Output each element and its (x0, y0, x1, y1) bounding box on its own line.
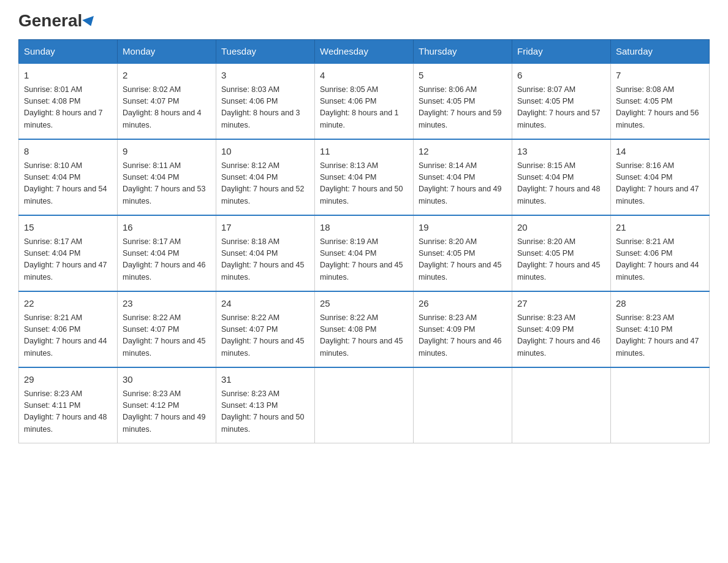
calendar-cell: 1Sunrise: 8:01 AMSunset: 4:08 PMDaylight… (19, 63, 118, 139)
day-info: Sunrise: 8:11 AMSunset: 4:04 PMDaylight:… (123, 160, 211, 208)
header-tuesday: Tuesday (216, 40, 315, 64)
calendar-cell: 20Sunrise: 8:20 AMSunset: 4:05 PMDayligh… (512, 215, 611, 291)
week-row-5: 29Sunrise: 8:23 AMSunset: 4:11 PMDayligh… (19, 367, 710, 443)
calendar-cell: 6Sunrise: 8:07 AMSunset: 4:05 PMDaylight… (512, 63, 611, 139)
day-number: 6 (517, 69, 605, 83)
calendar-cell (611, 367, 710, 443)
day-info: Sunrise: 8:01 AMSunset: 4:08 PMDaylight:… (24, 84, 112, 132)
day-number: 17 (221, 221, 309, 235)
calendar-cell: 14Sunrise: 8:16 AMSunset: 4:04 PMDayligh… (611, 139, 710, 215)
calendar-cell: 5Sunrise: 8:06 AMSunset: 4:05 PMDaylight… (414, 63, 512, 139)
day-info: Sunrise: 8:17 AMSunset: 4:04 PMDaylight:… (123, 236, 211, 284)
day-info: Sunrise: 8:15 AMSunset: 4:04 PMDaylight:… (517, 160, 605, 208)
header-monday: Monday (118, 40, 216, 64)
day-number: 21 (616, 221, 704, 235)
day-number: 26 (419, 297, 507, 311)
calendar-cell: 7Sunrise: 8:08 AMSunset: 4:05 PMDaylight… (611, 63, 710, 139)
logo-arrow-icon (82, 16, 97, 28)
day-number: 27 (517, 297, 605, 311)
calendar-cell (414, 367, 512, 443)
week-row-3: 15Sunrise: 8:17 AMSunset: 4:04 PMDayligh… (19, 215, 710, 291)
day-number: 13 (517, 145, 605, 159)
day-info: Sunrise: 8:19 AMSunset: 4:04 PMDaylight:… (320, 236, 408, 284)
logo: General (18, 12, 96, 27)
day-number: 31 (221, 373, 309, 387)
calendar-header: SundayMondayTuesdayWednesdayThursdayFrid… (19, 40, 710, 64)
header-saturday: Saturday (611, 40, 710, 64)
day-info: Sunrise: 8:20 AMSunset: 4:05 PMDaylight:… (419, 236, 507, 284)
day-info: Sunrise: 8:14 AMSunset: 4:04 PMDaylight:… (419, 160, 507, 208)
day-number: 15 (24, 221, 112, 235)
page-header: General (18, 12, 710, 27)
calendar-cell (315, 367, 414, 443)
day-info: Sunrise: 8:10 AMSunset: 4:04 PMDaylight:… (24, 160, 112, 208)
header-sunday: Sunday (19, 40, 118, 64)
calendar-cell: 18Sunrise: 8:19 AMSunset: 4:04 PMDayligh… (315, 215, 414, 291)
day-number: 29 (24, 373, 112, 387)
day-info: Sunrise: 8:20 AMSunset: 4:05 PMDaylight:… (517, 236, 605, 284)
calendar-cell: 25Sunrise: 8:22 AMSunset: 4:08 PMDayligh… (315, 291, 414, 367)
day-info: Sunrise: 8:22 AMSunset: 4:07 PMDaylight:… (123, 312, 211, 360)
day-number: 18 (320, 221, 408, 235)
day-number: 28 (616, 297, 704, 311)
day-info: Sunrise: 8:13 AMSunset: 4:04 PMDaylight:… (320, 160, 408, 208)
day-number: 7 (616, 69, 704, 83)
header-wednesday: Wednesday (315, 40, 414, 64)
day-info: Sunrise: 8:08 AMSunset: 4:05 PMDaylight:… (616, 84, 704, 132)
logo-text: General (18, 12, 96, 29)
calendar-cell: 9Sunrise: 8:11 AMSunset: 4:04 PMDaylight… (118, 139, 216, 215)
day-number: 11 (320, 145, 408, 159)
day-number: 8 (24, 145, 112, 159)
calendar-body: 1Sunrise: 8:01 AMSunset: 4:08 PMDaylight… (19, 63, 710, 443)
calendar-cell: 19Sunrise: 8:20 AMSunset: 4:05 PMDayligh… (414, 215, 512, 291)
calendar-cell: 3Sunrise: 8:03 AMSunset: 4:06 PMDaylight… (216, 63, 315, 139)
day-info: Sunrise: 8:17 AMSunset: 4:04 PMDaylight:… (24, 236, 112, 284)
header-friday: Friday (512, 40, 611, 64)
day-info: Sunrise: 8:21 AMSunset: 4:06 PMDaylight:… (24, 312, 112, 360)
day-number: 20 (517, 221, 605, 235)
week-row-4: 22Sunrise: 8:21 AMSunset: 4:06 PMDayligh… (19, 291, 710, 367)
day-info: Sunrise: 8:23 AMSunset: 4:13 PMDaylight:… (221, 388, 309, 436)
day-info: Sunrise: 8:23 AMSunset: 4:11 PMDaylight:… (24, 388, 112, 436)
calendar-cell: 30Sunrise: 8:23 AMSunset: 4:12 PMDayligh… (118, 367, 216, 443)
day-number: 25 (320, 297, 408, 311)
day-info: Sunrise: 8:07 AMSunset: 4:05 PMDaylight:… (517, 84, 605, 132)
day-number: 2 (123, 69, 211, 83)
calendar-cell: 4Sunrise: 8:05 AMSunset: 4:06 PMDaylight… (315, 63, 414, 139)
week-row-1: 1Sunrise: 8:01 AMSunset: 4:08 PMDaylight… (19, 63, 710, 139)
day-info: Sunrise: 8:02 AMSunset: 4:07 PMDaylight:… (123, 84, 211, 132)
calendar-cell: 13Sunrise: 8:15 AMSunset: 4:04 PMDayligh… (512, 139, 611, 215)
day-number: 3 (221, 69, 309, 83)
day-info: Sunrise: 8:03 AMSunset: 4:06 PMDaylight:… (221, 84, 309, 132)
calendar-cell (512, 367, 611, 443)
calendar-cell: 8Sunrise: 8:10 AMSunset: 4:04 PMDaylight… (19, 139, 118, 215)
calendar-cell: 23Sunrise: 8:22 AMSunset: 4:07 PMDayligh… (118, 291, 216, 367)
week-row-2: 8Sunrise: 8:10 AMSunset: 4:04 PMDaylight… (19, 139, 710, 215)
day-info: Sunrise: 8:16 AMSunset: 4:04 PMDaylight:… (616, 160, 704, 208)
calendar-cell: 27Sunrise: 8:23 AMSunset: 4:09 PMDayligh… (512, 291, 611, 367)
day-info: Sunrise: 8:12 AMSunset: 4:04 PMDaylight:… (221, 160, 309, 208)
day-number: 14 (616, 145, 704, 159)
day-number: 5 (419, 69, 507, 83)
header-row: SundayMondayTuesdayWednesdayThursdayFrid… (19, 40, 710, 64)
day-number: 16 (123, 221, 211, 235)
calendar-cell: 31Sunrise: 8:23 AMSunset: 4:13 PMDayligh… (216, 367, 315, 443)
day-info: Sunrise: 8:05 AMSunset: 4:06 PMDaylight:… (320, 84, 408, 132)
day-info: Sunrise: 8:22 AMSunset: 4:07 PMDaylight:… (221, 312, 309, 360)
calendar-cell: 24Sunrise: 8:22 AMSunset: 4:07 PMDayligh… (216, 291, 315, 367)
calendar-cell: 16Sunrise: 8:17 AMSunset: 4:04 PMDayligh… (118, 215, 216, 291)
day-info: Sunrise: 8:21 AMSunset: 4:06 PMDaylight:… (616, 236, 704, 284)
day-info: Sunrise: 8:23 AMSunset: 4:12 PMDaylight:… (123, 388, 211, 436)
day-info: Sunrise: 8:23 AMSunset: 4:09 PMDaylight:… (517, 312, 605, 360)
calendar-cell: 28Sunrise: 8:23 AMSunset: 4:10 PMDayligh… (611, 291, 710, 367)
calendar-cell: 29Sunrise: 8:23 AMSunset: 4:11 PMDayligh… (19, 367, 118, 443)
day-number: 24 (221, 297, 309, 311)
day-number: 12 (419, 145, 507, 159)
calendar-cell: 15Sunrise: 8:17 AMSunset: 4:04 PMDayligh… (19, 215, 118, 291)
day-number: 10 (221, 145, 309, 159)
calendar-cell: 22Sunrise: 8:21 AMSunset: 4:06 PMDayligh… (19, 291, 118, 367)
day-info: Sunrise: 8:06 AMSunset: 4:05 PMDaylight:… (419, 84, 507, 132)
calendar-cell: 26Sunrise: 8:23 AMSunset: 4:09 PMDayligh… (414, 291, 512, 367)
day-info: Sunrise: 8:22 AMSunset: 4:08 PMDaylight:… (320, 312, 408, 360)
calendar-cell: 17Sunrise: 8:18 AMSunset: 4:04 PMDayligh… (216, 215, 315, 291)
